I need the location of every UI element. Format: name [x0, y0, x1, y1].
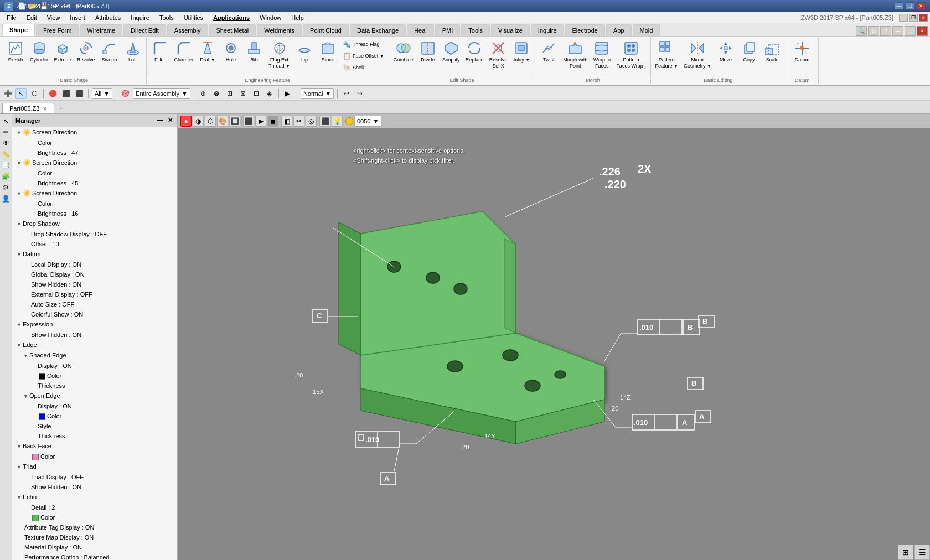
- tb2-snap1[interactable]: ⊕: [198, 88, 209, 99]
- tree-item[interactable]: Drop Shadow Display : OFF: [12, 229, 177, 239]
- tree-item[interactable]: Brightness : 16: [12, 209, 177, 219]
- vp-btn-render5[interactable]: 🔲: [229, 116, 240, 127]
- tb2-snap3[interactable]: ⊞: [224, 88, 235, 99]
- doc-tab-close[interactable]: ✕: [43, 106, 47, 112]
- tree-item[interactable]: Display : ON: [12, 401, 177, 411]
- sidebar-icon-measure[interactable]: 📏: [1, 149, 11, 159]
- tab-tools[interactable]: Tools: [461, 24, 490, 36]
- doc-tab-add[interactable]: +: [55, 102, 66, 113]
- btn-datum[interactable]: Datum: [788, 39, 816, 65]
- tb2-undo[interactable]: ↩: [341, 88, 352, 99]
- tb2-redo[interactable]: ↪: [354, 88, 365, 99]
- tree-item[interactable]: Brightness : 47: [12, 148, 177, 158]
- tb2-filter3[interactable]: ⬛: [74, 88, 85, 99]
- sidebar-icon-view[interactable]: 👁: [1, 138, 11, 148]
- menu-insert[interactable]: Insert: [65, 13, 90, 22]
- tree-item[interactable]: Color: [12, 452, 177, 462]
- tree-item[interactable]: ▼☀️Screen Direction: [12, 188, 177, 199]
- btn-replace[interactable]: Replace: [463, 39, 486, 65]
- tb2-snap4[interactable]: ⊠: [237, 88, 249, 99]
- menu-view[interactable]: View: [43, 13, 65, 22]
- tree-item[interactable]: Color: [12, 411, 177, 421]
- sidebar-icon-parts[interactable]: 🧩: [1, 172, 11, 182]
- btn-scale[interactable]: Scale: [761, 39, 783, 65]
- undo-btn[interactable]: ↩: [50, 1, 60, 11]
- tree-item[interactable]: Texture Map Display : ON: [12, 532, 177, 542]
- tab-heal[interactable]: Heal: [407, 24, 434, 36]
- btn-thread-flag[interactable]: 🔩 Thread Flag: [340, 39, 386, 50]
- bottom-tab-grid[interactable]: ⊞: [898, 545, 913, 560]
- vp-btn-persp[interactable]: ⬛: [319, 116, 330, 127]
- redo-btn[interactable]: ↪: [61, 1, 71, 11]
- minimize-btn[interactable]: —: [895, 2, 903, 10]
- tab-shape[interactable]: Shape: [2, 24, 35, 36]
- tab-pmi[interactable]: PMI: [435, 24, 461, 36]
- win-restore[interactable]: ❐: [909, 14, 918, 22]
- tree-item[interactable]: Style: [12, 421, 177, 431]
- tab-assembly[interactable]: Assembly: [167, 24, 208, 36]
- vp-btn-render4[interactable]: 🎨: [217, 116, 228, 127]
- tree-item[interactable]: ▼☀️Screen Direction: [12, 158, 177, 168]
- tree-item[interactable]: ▼Shaded Edge: [12, 350, 177, 361]
- menu-edit[interactable]: Edit: [22, 13, 42, 22]
- ribbon-help[interactable]: ?: [880, 26, 891, 36]
- btn-stock[interactable]: Stock: [317, 39, 339, 65]
- win-min[interactable]: —: [899, 14, 908, 22]
- tree-item[interactable]: Color: [12, 512, 177, 522]
- btn-face-offset[interactable]: 📋 Face Offset ▼: [340, 50, 386, 61]
- tb2-filter2[interactable]: ⬛: [60, 88, 71, 99]
- btn-simplify[interactable]: Simplify: [440, 39, 462, 65]
- btn-lip[interactable]: Lip: [293, 39, 316, 65]
- ribbon-min[interactable]: —: [892, 26, 903, 36]
- vp-btn-render2[interactable]: ◑: [193, 116, 204, 127]
- menu-tools[interactable]: Tools: [155, 13, 178, 22]
- tree-item[interactable]: Offset : 10: [12, 239, 177, 249]
- sidebar-icon-select[interactable]: ↖: [1, 116, 11, 126]
- menu-utilities[interactable]: Utilities: [179, 13, 208, 22]
- sidebar-icon-config[interactable]: ⚙: [1, 183, 11, 193]
- vp-btn-section[interactable]: ◧: [281, 116, 292, 127]
- btn-morph-point[interactable]: Morph withPoint: [561, 39, 590, 71]
- btn-move[interactable]: Move: [715, 39, 737, 65]
- light-value-dropdown[interactable]: 0050 ▼: [354, 116, 381, 127]
- tab-mold[interactable]: Mold: [633, 24, 660, 36]
- tree-item[interactable]: Performance Option : Balanced: [12, 552, 177, 560]
- save-btn[interactable]: 💾: [39, 1, 49, 11]
- tab-sheet-metal[interactable]: Sheet Metal: [209, 24, 256, 36]
- tree-item[interactable]: Color: [12, 371, 177, 381]
- tree-item[interactable]: Color: [12, 138, 177, 148]
- tree-item[interactable]: Show Hidden : ON: [12, 482, 177, 492]
- tree-item[interactable]: ▼Echo: [12, 492, 177, 502]
- ribbon-settings[interactable]: ⚙: [868, 26, 879, 36]
- tree-item[interactable]: ▼Open Edge: [12, 391, 177, 401]
- vp-btn-lights[interactable]: 💡: [332, 116, 343, 127]
- tree-item[interactable]: ▼Edge: [12, 340, 177, 350]
- menu-file[interactable]: File: [2, 13, 21, 22]
- tree-item[interactable]: Thickness: [12, 431, 177, 441]
- btn-twist[interactable]: Twist: [538, 39, 560, 65]
- tree-item[interactable]: Color: [12, 199, 177, 209]
- btn-revolve[interactable]: Revolve: [75, 39, 97, 65]
- tree-item[interactable]: ▼Triad: [12, 462, 177, 472]
- tree-item[interactable]: Material Display : ON: [12, 542, 177, 552]
- vp-btn-render3[interactable]: ⬡: [205, 116, 216, 127]
- tree-item[interactable]: External Display : OFF: [12, 289, 177, 299]
- btn-wrap-faces[interactable]: Wrap toFaces: [591, 39, 613, 71]
- btn-draft[interactable]: Draft ▼: [197, 39, 219, 65]
- dropdown-assembly[interactable]: Entire Assembly ▼: [133, 88, 190, 99]
- close-btn[interactable]: ✕: [917, 2, 926, 10]
- tree-item[interactable]: Triad Display : OFF: [12, 472, 177, 482]
- tb2-filter[interactable]: 🔴: [47, 88, 58, 99]
- btn-mirror-geometry[interactable]: MirrorGeometry ▼: [681, 39, 714, 71]
- menu-attributes[interactable]: Attributes: [91, 13, 125, 22]
- vp-btn-view1[interactable]: ⬛: [243, 116, 254, 127]
- tb2-pointer[interactable]: ↖: [16, 88, 27, 99]
- btn-hole[interactable]: Hole: [220, 39, 242, 65]
- tree-item[interactable]: Colorful Show : ON: [12, 309, 177, 319]
- dropdown-normal[interactable]: Normal ▼: [301, 88, 334, 99]
- ribbon-search[interactable]: 🔍: [856, 26, 867, 36]
- ribbon-close[interactable]: ✕: [917, 26, 928, 36]
- btn-sketch[interactable]: Sketch: [4, 39, 27, 65]
- tab-point-cloud[interactable]: Point Cloud: [303, 24, 349, 36]
- tab-visualize[interactable]: Visualize: [491, 24, 530, 36]
